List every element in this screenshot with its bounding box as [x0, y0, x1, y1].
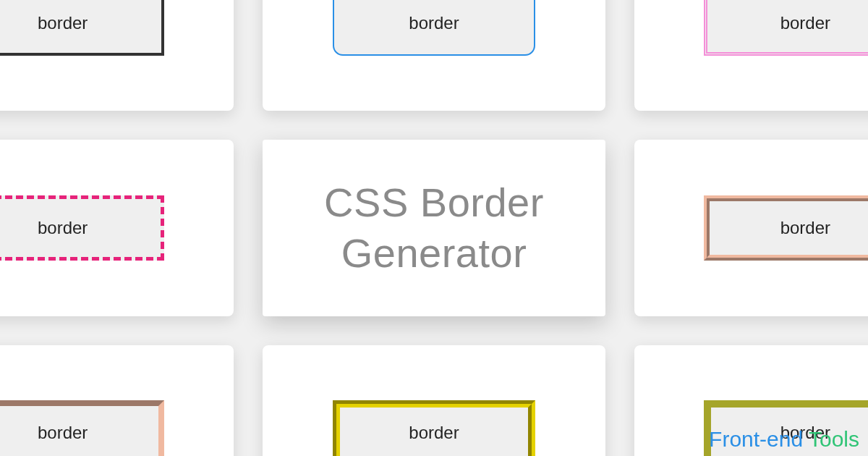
- border-example-inset-peach: border: [0, 345, 234, 456]
- border-example-ridge-peach: border: [634, 140, 868, 316]
- brand-word-1: Front-end: [709, 427, 803, 451]
- swatch-label: border: [780, 13, 830, 33]
- border-example-groove-yellow: border: [263, 345, 605, 456]
- border-example-dashed-magenta: border: [0, 140, 234, 316]
- border-swatch: border: [704, 195, 868, 261]
- swatch-label: border: [38, 13, 88, 33]
- page-title: CSS Border Generator: [324, 177, 544, 279]
- border-swatch: border: [0, 400, 164, 456]
- swatch-label: border: [38, 423, 88, 443]
- border-example-double-pink: border: [634, 0, 868, 111]
- border-swatch: border: [333, 0, 535, 56]
- examples-grid: border border border border CSS Border G…: [0, 0, 868, 456]
- title-line-2: Generator: [341, 230, 527, 276]
- border-swatch: border: [0, 195, 164, 261]
- brand-word-2: Tools: [809, 427, 859, 451]
- swatch-label: border: [38, 218, 88, 238]
- border-swatch: border: [0, 0, 164, 56]
- swatch-label: border: [409, 423, 459, 443]
- border-swatch: border: [704, 0, 868, 56]
- border-swatch: border: [333, 400, 535, 456]
- border-example-rounded-blue: border: [263, 0, 605, 111]
- brand-footer: Front-end Tools: [709, 427, 859, 452]
- title-card: CSS Border Generator: [263, 140, 605, 316]
- border-example-solid-black: border: [0, 0, 234, 111]
- swatch-label: border: [409, 13, 459, 33]
- swatch-label: border: [780, 218, 830, 238]
- title-line-1: CSS Border: [324, 180, 544, 225]
